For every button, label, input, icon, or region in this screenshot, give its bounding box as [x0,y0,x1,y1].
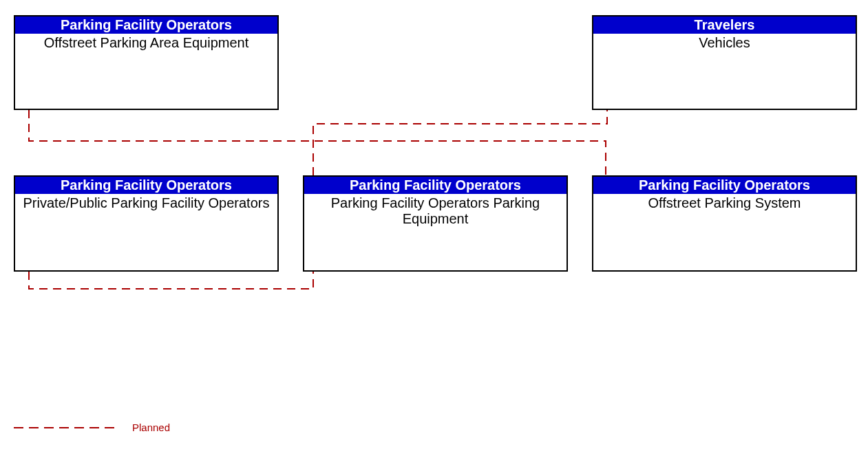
box-offstreet-parking-system: Parking Facility Operators Offstreet Par… [592,175,857,272]
box-header: Parking Facility Operators [593,177,856,194]
box-offstreet-parking-area-equipment: Parking Facility Operators Offstreet Par… [14,15,279,110]
legend-line-icon [14,424,117,432]
conn-b3-b4 [29,272,313,289]
box-body: Parking Facility Operators Parking Equip… [304,194,567,228]
conn-b4-b2 [313,110,607,175]
box-private-public-parking-facility-operators: Parking Facility Operators Private/Publi… [14,175,279,272]
box-body: Vehicles [593,34,856,52]
conn-b1-b5 [29,110,606,175]
box-header: Travelers [593,17,856,34]
box-body: Private/Public Parking Facility Operator… [15,194,277,212]
box-header: Parking Facility Operators [304,177,567,194]
box-parking-facility-operators-parking-equipment: Parking Facility Operators Parking Facil… [303,175,568,272]
box-body: Offstreet Parking Area Equipment [15,34,277,52]
box-header: Parking Facility Operators [15,17,277,34]
legend-label: Planned [132,422,170,433]
box-header: Parking Facility Operators [15,177,277,194]
box-vehicles: Travelers Vehicles [592,15,857,110]
box-body: Offstreet Parking System [593,194,856,212]
legend: Planned [14,422,170,433]
